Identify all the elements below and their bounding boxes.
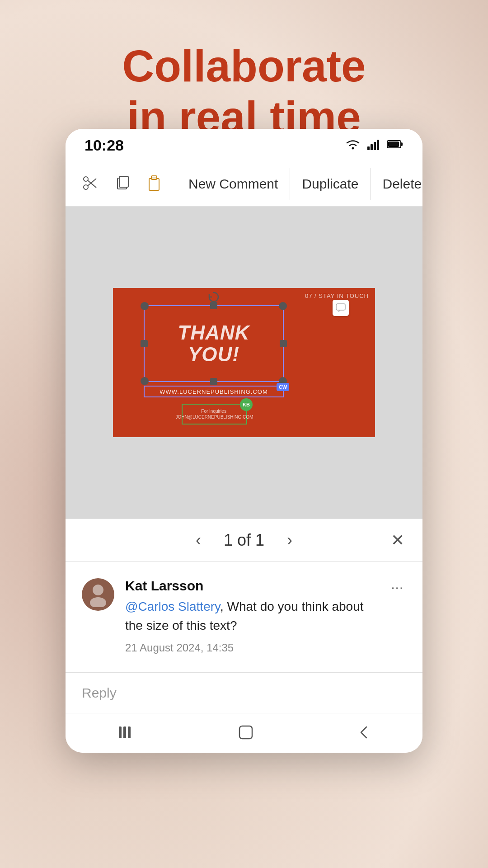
svg-rect-14	[149, 179, 159, 190]
bottom-nav	[66, 713, 422, 753]
comment-author: Kat Larsson	[125, 578, 377, 594]
close-pagination-button[interactable]: ✕	[391, 531, 404, 550]
copy-icon	[115, 175, 130, 192]
svg-rect-3	[374, 142, 376, 150]
svg-marker-18	[338, 310, 340, 312]
scissors-icon	[82, 175, 98, 193]
comment-header: Kat Larsson @Carlos Slattery, What do yo…	[82, 578, 406, 654]
nav-back-button[interactable]	[336, 722, 392, 744]
svg-rect-4	[377, 140, 379, 150]
home-icon	[236, 722, 256, 744]
cut-button[interactable]	[74, 168, 106, 200]
comment-bubble-badge	[333, 300, 349, 316]
inquiry-box: For Inquiries: JOHN@LUCERNEPUBLISHING.CO…	[182, 404, 247, 425]
svg-rect-6	[401, 142, 403, 146]
comment-mention: @Carlos Slattery	[125, 599, 220, 613]
battery-icon	[387, 140, 404, 151]
comment-timestamp: 21 August 2024, 14:35	[125, 642, 377, 654]
handle-ml	[141, 340, 148, 347]
svg-rect-13	[119, 176, 128, 187]
handle-bl	[141, 377, 149, 385]
slide-container: 07 / STAY IN TOUCH	[113, 288, 375, 437]
menu-icon	[114, 724, 138, 742]
comment-text: @Carlos Slattery, What do you think abou…	[125, 597, 377, 635]
pagination-text: 1 of 1	[224, 531, 264, 550]
signal-icon	[367, 138, 381, 152]
svg-point-20	[90, 597, 106, 607]
svg-rect-1	[367, 146, 370, 150]
selection-box	[144, 305, 284, 382]
svg-point-9	[84, 185, 88, 189]
svg-rect-7	[388, 142, 399, 147]
status-bar: 10:28	[66, 129, 422, 161]
reply-placeholder: Reply	[82, 685, 117, 701]
url-text: WWW.LUCERNEPUBLISHING.COM	[160, 388, 268, 395]
handle-tr	[279, 302, 287, 310]
svg-point-19	[93, 585, 103, 595]
duplicate-button[interactable]: Duplicate	[290, 168, 370, 200]
rotate-handle	[207, 291, 220, 303]
back-icon	[354, 722, 374, 744]
svg-line-11	[88, 179, 96, 186]
url-box: WWW.LUCERNEPUBLISHING.COM CW	[144, 386, 284, 397]
reply-bar[interactable]: Reply	[66, 672, 422, 713]
copy-button[interactable]	[106, 168, 139, 200]
new-comment-button[interactable]: New Comment	[177, 168, 290, 200]
page-title: Collaborate in real time	[0, 41, 488, 142]
canvas-area: 07 / STAY IN TOUCH	[66, 207, 422, 519]
svg-rect-17	[336, 304, 345, 310]
comment-options-button[interactable]: ···	[388, 578, 406, 596]
status-time: 10:28	[84, 137, 124, 154]
svg-rect-24	[239, 726, 252, 739]
phone-frame: 10:28	[66, 129, 422, 753]
nav-home-button[interactable]	[218, 722, 274, 744]
paste-button[interactable]	[139, 168, 171, 200]
svg-point-0	[352, 147, 354, 150]
wifi-icon	[345, 138, 361, 152]
paste-icon	[147, 175, 163, 193]
cw-badge: CW	[277, 383, 289, 391]
slide-tag: 07 / STAY IN TOUCH	[305, 292, 369, 299]
title-line1: Collaborate	[122, 41, 366, 91]
svg-point-8	[84, 177, 88, 181]
svg-line-10	[88, 180, 96, 188]
comment-body: Kat Larsson @Carlos Slattery, What do yo…	[125, 578, 377, 654]
nav-menu-button[interactable]	[96, 724, 156, 742]
kb-badge: KB	[240, 398, 253, 411]
svg-rect-21	[119, 726, 122, 738]
prev-page-button[interactable]: ‹	[191, 531, 206, 550]
comment-section: Kat Larsson @Carlos Slattery, What do yo…	[66, 561, 422, 672]
handle-mr	[280, 340, 287, 347]
svg-rect-16	[151, 177, 157, 179]
svg-rect-23	[128, 726, 131, 738]
pagination-bar: ‹ 1 of 1 › ✕	[66, 519, 422, 561]
svg-rect-22	[123, 726, 126, 738]
delete-button[interactable]: Delete	[370, 168, 422, 200]
svg-rect-2	[371, 144, 373, 150]
handle-tm	[210, 302, 217, 309]
status-icons	[345, 138, 404, 152]
next-page-button[interactable]: ›	[282, 531, 297, 550]
inquiry-text: For Inquiries: JOHN@LUCERNEPUBLISHING.CO…	[176, 408, 253, 420]
toolbar: New Comment Duplicate Delete	[66, 161, 422, 207]
handle-tl	[141, 302, 149, 310]
handle-bm	[210, 378, 217, 385]
avatar	[82, 578, 114, 611]
